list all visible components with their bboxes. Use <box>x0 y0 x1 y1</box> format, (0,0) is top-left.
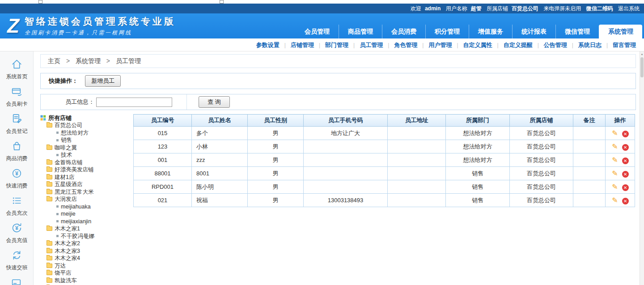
tree-store-item[interactable]: 好漂亮美发店铺 <box>40 166 130 174</box>
query-button[interactable]: 查 询 <box>199 96 230 108</box>
tree-dept-item[interactable]: 技术 <box>40 151 130 159</box>
sub-nav-item[interactable]: 店铺管理 <box>291 42 314 48</box>
sub-nav-item[interactable]: 系统日志 <box>578 42 602 48</box>
wechat-qr-link[interactable]: 微信二维码 <box>586 5 613 12</box>
sidebar-item-shift-change[interactable]: 快速交班 <box>0 247 34 274</box>
column-header: 操作 <box>606 115 635 127</box>
sub-nav-item[interactable]: 参数设置 <box>256 42 280 48</box>
tree-store-item[interactable]: 建材1店 <box>40 174 130 181</box>
employee-table-wrap: 员工编号员工姓名员工性别员工手机号码员工地址所属部门所属店铺备注操作 015多个… <box>133 114 635 207</box>
tree-dept-item[interactable]: meijie <box>40 210 130 218</box>
logo: Z 智络连锁会员管理系统专业版 全国刷卡消费一卡通，只需一根网线 <box>7 15 176 37</box>
scrollbar-thumb[interactable] <box>640 57 644 77</box>
main-nav-item[interactable]: 统计报表 <box>512 25 555 38</box>
table-cell: RPD001 <box>134 180 192 194</box>
main-nav-item[interactable]: 会员管理 <box>296 25 339 38</box>
tree-store-item[interactable]: 大润发店 <box>40 196 130 203</box>
column-header: 员工编号 <box>134 115 192 127</box>
main-nav-item[interactable]: 商品管理 <box>339 25 382 38</box>
tree-item-label: 饶平店 <box>55 269 72 277</box>
tree-store-item[interactable]: 木木之家2 <box>40 240 130 247</box>
sub-nav-item[interactable]: 自定义属性 <box>463 42 492 48</box>
breadcrumb-section[interactable]: 系统管理 <box>76 57 101 64</box>
employee-table: 员工编号员工姓名员工性别员工手机号码员工地址所属部门所属店铺备注操作 015多个… <box>133 114 635 207</box>
main-nav-item[interactable]: 微信管理 <box>555 25 599 38</box>
tree-store-item[interactable]: 金首饰店铺 <box>40 159 130 166</box>
tree-item-label: 万达 <box>55 262 66 270</box>
edit-icon[interactable]: ✎ <box>612 129 618 137</box>
sub-nav-item[interactable]: 自定义提醒 <box>504 42 533 48</box>
store-label: 所属店铺 <box>487 5 508 12</box>
add-employee-button[interactable]: 新增员工 <box>85 75 121 87</box>
edit-icon[interactable]: ✎ <box>612 169 618 178</box>
tree-store-item[interactable]: 饶平店 <box>40 269 130 277</box>
tree-store-item[interactable]: 百货总公司 <box>40 122 130 129</box>
sub-nav-item[interactable]: 公告管理 <box>544 42 567 48</box>
table-cell <box>573 140 606 153</box>
tree-store-item[interactable]: 黑龙江五常大米 <box>40 188 130 196</box>
breadcrumb-home[interactable]: 主页 <box>48 57 60 64</box>
table-cell <box>388 180 446 194</box>
sidebar-item-register[interactable]: 会员登记 <box>0 111 34 138</box>
tree-root[interactable]: 所有店铺 <box>40 114 130 122</box>
tree-store-item[interactable]: 万达 <box>40 262 130 270</box>
folder-icon <box>47 264 52 268</box>
tree-store-item[interactable]: 咖啡之翼 <box>40 144 130 152</box>
sidebar-item-home[interactable]: 系统首页 <box>0 56 34 83</box>
logout-link[interactable]: 退出系统 <box>618 5 640 12</box>
edit-icon[interactable]: ✎ <box>612 142 618 151</box>
table-row: 880018001男销售百货总公司✎✕ <box>134 167 635 180</box>
tree-store-item[interactable]: 凯旋洗车 <box>40 277 130 285</box>
edit-icon[interactable]: ✎ <box>612 183 618 191</box>
edit-icon[interactable]: ✎ <box>612 196 618 204</box>
table-cell: 祝福 <box>192 194 248 207</box>
scroll-up-arrow[interactable]: ▲ <box>640 51 644 57</box>
sidebar-item-sign-in[interactable]: 会员签到 <box>0 274 34 285</box>
main-nav-item[interactable]: 系统管理 <box>599 25 642 38</box>
sidebar-item-recharge-times[interactable]: 会员充次 <box>0 192 34 220</box>
folder-icon <box>47 175 52 179</box>
tree-dept-item[interactable]: meijiaxianjin <box>40 218 130 225</box>
subnav-separator: | <box>319 42 320 48</box>
bullet-icon <box>56 132 59 134</box>
tree-store-item[interactable]: 木木之家3 <box>40 247 130 255</box>
tree-store-item[interactable]: 五星级酒店 <box>40 181 130 188</box>
checkbox[interactable] <box>220 0 224 4</box>
tree-dept-item[interactable]: 销售 <box>40 136 130 144</box>
tree-store-item[interactable]: 木木之家1 <box>40 225 130 233</box>
main-nav-item[interactable]: 积分管理 <box>425 25 469 38</box>
delete-icon[interactable]: ✕ <box>622 184 629 191</box>
employee-search-input[interactable] <box>96 98 172 107</box>
sub-nav-item[interactable]: 用户管理 <box>428 42 452 48</box>
sidebar-item-recharge-value[interactable]: ¥ 会员充值 <box>0 220 34 247</box>
table-cell <box>304 180 388 194</box>
delete-icon[interactable]: ✕ <box>622 157 629 164</box>
tree-dept-item[interactable]: 想法给对方 <box>40 129 130 137</box>
tree-dept-item[interactable]: meijiahuaka <box>40 203 130 211</box>
sidebar-item-quick-consume[interactable]: ¥ 快速消费 <box>0 165 34 192</box>
column-header: 所属店铺 <box>510 115 573 127</box>
sub-nav-item[interactable]: 角色管理 <box>394 42 417 48</box>
sidebar-item-goods-consume[interactable]: 商品消费 <box>0 138 34 165</box>
main-nav-item[interactable]: 会员消费 <box>382 25 425 38</box>
sidebar-item-label: 快速消费 <box>0 182 34 190</box>
tree-dept-item[interactable]: 不干胶冯曼娜 <box>40 233 130 240</box>
sub-nav-item[interactable]: 留言管理 <box>613 42 636 48</box>
checkbox[interactable] <box>38 0 42 4</box>
sidebar-item-swipe-card[interactable]: 会员刷卡 <box>0 83 34 111</box>
scrollbar[interactable]: ▲ <box>640 51 644 285</box>
delete-icon[interactable]: ✕ <box>622 131 629 137</box>
sidebar-item-label: 快速交班 <box>0 264 34 272</box>
delete-icon[interactable]: ✕ <box>622 171 629 178</box>
tree-store-item[interactable]: 木木之家4 <box>40 255 130 262</box>
sub-nav-item[interactable]: 部门管理 <box>325 42 348 48</box>
table-cell: 男 <box>248 194 304 207</box>
subnav-separator: | <box>388 42 389 48</box>
delete-icon[interactable]: ✕ <box>622 198 629 204</box>
delete-icon[interactable]: ✕ <box>622 144 629 151</box>
table-actions-cell: ✎✕ <box>606 153 635 167</box>
table-cell: 想法给对方 <box>446 127 510 140</box>
sub-nav-item[interactable]: 员工管理 <box>360 42 383 48</box>
main-nav-item[interactable]: 增值服务 <box>469 25 512 38</box>
edit-icon[interactable]: ✎ <box>612 156 618 164</box>
